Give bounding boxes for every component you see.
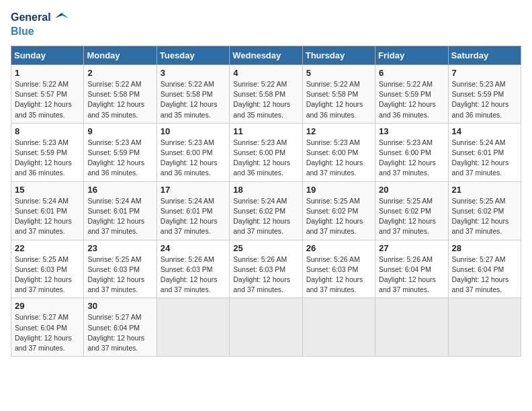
day-cell-13: 13Sunrise: 5:23 AMSunset: 6:00 PMDayligh…: [375, 123, 448, 181]
day-cell-19: 19Sunrise: 5:25 AMSunset: 6:02 PMDayligh…: [302, 181, 375, 240]
day-info: Sunrise: 5:24 AMSunset: 6:01 PMDaylight:…: [452, 138, 517, 179]
day-info: Sunrise: 5:22 AMSunset: 5:59 PMDaylight:…: [379, 79, 444, 120]
day-cell-23: 23Sunrise: 5:25 AMSunset: 6:03 PMDayligh…: [84, 240, 157, 298]
day-number: 26: [306, 243, 371, 253]
day-cell-26: 26Sunrise: 5:26 AMSunset: 6:03 PMDayligh…: [302, 240, 375, 298]
day-cell-4: 4Sunrise: 5:22 AMSunset: 5:58 PMDaylight…: [230, 64, 302, 123]
day-info: Sunrise: 5:26 AMSunset: 6:03 PMDaylight:…: [233, 255, 298, 295]
day-info: Sunrise: 5:27 AMSunset: 6:04 PMDaylight:…: [452, 255, 517, 295]
day-cell-7: 7Sunrise: 5:23 AMSunset: 5:59 PMDaylight…: [448, 64, 521, 123]
day-cell-17: 17Sunrise: 5:24 AMSunset: 6:01 PMDayligh…: [157, 181, 229, 240]
day-number: 16: [87, 185, 152, 195]
day-number: 9: [87, 126, 152, 136]
day-cell-8: 8Sunrise: 5:23 AMSunset: 5:59 PMDaylight…: [11, 123, 84, 181]
day-info: Sunrise: 5:24 AMSunset: 6:01 PMDaylight:…: [161, 196, 226, 237]
day-cell-11: 11Sunrise: 5:23 AMSunset: 6:00 PMDayligh…: [230, 123, 302, 181]
day-number: 28: [452, 243, 517, 253]
day-cell-22: 22Sunrise: 5:25 AMSunset: 6:03 PMDayligh…: [11, 240, 84, 298]
day-cell-2: 2Sunrise: 5:22 AMSunset: 5:58 PMDaylight…: [84, 64, 157, 123]
day-cell-27: 27Sunrise: 5:26 AMSunset: 6:04 PMDayligh…: [375, 240, 448, 298]
calendar-week-2: 8Sunrise: 5:23 AMSunset: 5:59 PMDaylight…: [11, 123, 521, 181]
day-number: 20: [379, 185, 444, 195]
day-cell-25: 25Sunrise: 5:26 AMSunset: 6:03 PMDayligh…: [230, 240, 302, 298]
day-number: 19: [306, 185, 371, 195]
day-number: 11: [233, 126, 298, 136]
day-cell-16: 16Sunrise: 5:24 AMSunset: 6:01 PMDayligh…: [84, 181, 157, 240]
day-number: 24: [161, 243, 226, 253]
svg-marker-1: [55, 13, 62, 18]
day-cell-14: 14Sunrise: 5:24 AMSunset: 6:01 PMDayligh…: [448, 123, 521, 181]
day-cell-15: 15Sunrise: 5:24 AMSunset: 6:01 PMDayligh…: [11, 181, 84, 240]
day-info: Sunrise: 5:22 AMSunset: 5:58 PMDaylight:…: [233, 79, 298, 120]
day-number: 22: [15, 243, 80, 253]
day-number: 21: [452, 185, 517, 195]
page-header: General Blue: [11, 11, 521, 38]
day-number: 23: [87, 243, 152, 253]
day-number: 7: [452, 68, 517, 78]
day-number: 3: [161, 68, 226, 78]
empty-day-cell: [302, 298, 375, 357]
day-cell-3: 3Sunrise: 5:22 AMSunset: 5:58 PMDaylight…: [157, 64, 229, 123]
day-number: 30: [87, 301, 152, 311]
day-info: Sunrise: 5:22 AMSunset: 5:58 PMDaylight:…: [161, 79, 226, 120]
day-info: Sunrise: 5:25 AMSunset: 6:02 PMDaylight:…: [306, 196, 371, 237]
day-info: Sunrise: 5:23 AMSunset: 6:00 PMDaylight:…: [306, 138, 371, 179]
day-info: Sunrise: 5:23 AMSunset: 6:00 PMDaylight:…: [379, 138, 444, 179]
day-cell-28: 28Sunrise: 5:27 AMSunset: 6:04 PMDayligh…: [448, 240, 521, 298]
empty-day-cell: [448, 298, 521, 357]
day-info: Sunrise: 5:25 AMSunset: 6:02 PMDaylight:…: [379, 196, 444, 237]
calendar-header-friday: Friday: [375, 46, 448, 64]
calendar-header-wednesday: Wednesday: [230, 46, 302, 64]
day-number: 29: [15, 301, 80, 311]
empty-day-cell: [157, 298, 229, 357]
day-number: 6: [379, 68, 444, 78]
day-cell-10: 10Sunrise: 5:23 AMSunset: 6:00 PMDayligh…: [157, 123, 229, 181]
day-info: Sunrise: 5:26 AMSunset: 6:03 PMDaylight:…: [306, 255, 371, 295]
day-cell-29: 29Sunrise: 5:27 AMSunset: 6:04 PMDayligh…: [11, 298, 84, 357]
day-info: Sunrise: 5:23 AMSunset: 6:00 PMDaylight:…: [233, 138, 298, 179]
day-cell-18: 18Sunrise: 5:24 AMSunset: 6:02 PMDayligh…: [230, 181, 302, 240]
day-info: Sunrise: 5:24 AMSunset: 6:01 PMDaylight:…: [87, 196, 152, 237]
calendar-week-1: 1Sunrise: 5:22 AMSunset: 5:57 PMDaylight…: [11, 64, 521, 123]
day-info: Sunrise: 5:24 AMSunset: 6:02 PMDaylight:…: [233, 196, 298, 237]
day-info: Sunrise: 5:27 AMSunset: 6:04 PMDaylight:…: [15, 312, 80, 353]
logo-bird-icon: [55, 11, 69, 25]
day-cell-21: 21Sunrise: 5:25 AMSunset: 6:02 PMDayligh…: [448, 181, 521, 240]
calendar-week-3: 15Sunrise: 5:24 AMSunset: 6:01 PMDayligh…: [11, 181, 521, 240]
calendar-header-tuesday: Tuesday: [157, 46, 229, 64]
calendar-header-monday: Monday: [84, 46, 157, 64]
calendar-week-5: 29Sunrise: 5:27 AMSunset: 6:04 PMDayligh…: [11, 298, 521, 357]
day-info: Sunrise: 5:22 AMSunset: 5:58 PMDaylight:…: [306, 79, 371, 120]
day-number: 12: [306, 126, 371, 136]
day-number: 14: [452, 126, 517, 136]
day-info: Sunrise: 5:22 AMSunset: 5:57 PMDaylight:…: [15, 79, 80, 120]
day-info: Sunrise: 5:23 AMSunset: 6:00 PMDaylight:…: [161, 138, 226, 179]
day-info: Sunrise: 5:23 AMSunset: 5:59 PMDaylight:…: [87, 138, 152, 179]
day-info: Sunrise: 5:25 AMSunset: 6:03 PMDaylight:…: [87, 255, 152, 295]
day-number: 2: [87, 68, 152, 78]
day-number: 8: [15, 126, 80, 136]
empty-day-cell: [375, 298, 448, 357]
day-cell-1: 1Sunrise: 5:22 AMSunset: 5:57 PMDaylight…: [11, 64, 84, 123]
day-number: 5: [306, 68, 371, 78]
day-number: 17: [161, 185, 226, 195]
day-number: 4: [233, 68, 298, 78]
calendar-table: SundayMondayTuesdayWednesdayThursdayFrid…: [11, 46, 521, 357]
day-info: Sunrise: 5:23 AMSunset: 5:59 PMDaylight:…: [452, 79, 517, 120]
day-info: Sunrise: 5:25 AMSunset: 6:02 PMDaylight:…: [452, 196, 517, 237]
day-info: Sunrise: 5:26 AMSunset: 6:04 PMDaylight:…: [379, 255, 444, 295]
day-info: Sunrise: 5:23 AMSunset: 5:59 PMDaylight:…: [15, 138, 80, 179]
day-cell-30: 30Sunrise: 5:27 AMSunset: 6:04 PMDayligh…: [84, 298, 157, 357]
day-number: 18: [233, 185, 298, 195]
empty-day-cell: [230, 298, 302, 357]
day-cell-5: 5Sunrise: 5:22 AMSunset: 5:58 PMDaylight…: [302, 64, 375, 123]
logo-container: General Blue: [11, 11, 69, 38]
day-number: 15: [15, 185, 80, 195]
day-cell-20: 20Sunrise: 5:25 AMSunset: 6:02 PMDayligh…: [375, 181, 448, 240]
calendar-header-saturday: Saturday: [448, 46, 521, 64]
day-info: Sunrise: 5:25 AMSunset: 6:03 PMDaylight:…: [15, 255, 80, 295]
logo-general: General: [11, 11, 51, 23]
day-cell-9: 9Sunrise: 5:23 AMSunset: 5:59 PMDaylight…: [84, 123, 157, 181]
day-number: 13: [379, 126, 444, 136]
calendar-week-4: 22Sunrise: 5:25 AMSunset: 6:03 PMDayligh…: [11, 240, 521, 298]
